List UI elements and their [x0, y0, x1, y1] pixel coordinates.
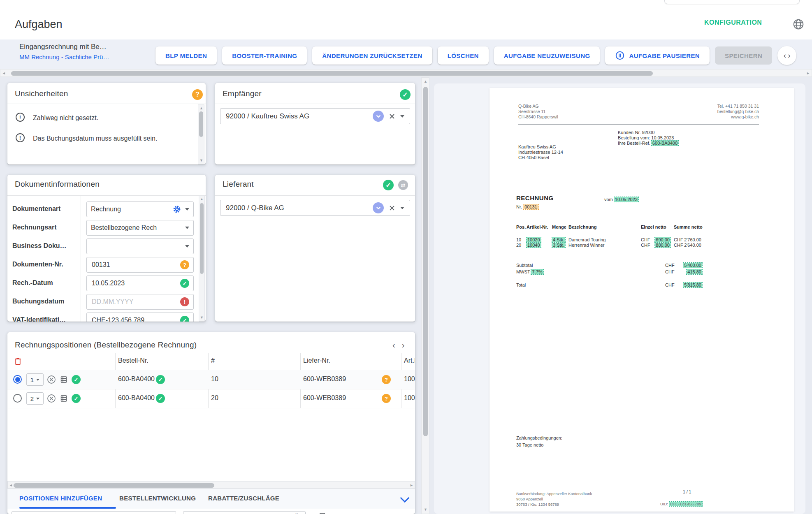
- booster-training-button[interactable]: BOOSTER-TRAINING: [222, 46, 307, 65]
- task-subtitle[interactable]: MM Rechnung - Sachliche Prü…: [19, 53, 109, 60]
- highlight-menge[interactable]: 4 Stk.: [552, 237, 565, 242]
- collapse-section-icon[interactable]: [400, 493, 410, 503]
- scroll-right-arrow-icon[interactable]: ►: [806, 72, 810, 75]
- scroll-left-arrow-icon[interactable]: ◄: [2, 72, 6, 75]
- highlight-einzel[interactable]: 880.00: [655, 243, 670, 248]
- scrollbar-thumb[interactable]: [199, 111, 203, 137]
- positions-prev-icon[interactable]: ‹: [392, 340, 395, 350]
- position-row-2[interactable]: 2 ✓ 600-BA0400 ✓ 20 600-WEB0389 ?: [7, 389, 415, 408]
- scrollbar-thumb[interactable]: [14, 483, 214, 488]
- item-pos: 20: [516, 243, 521, 248]
- scroll-down-arrow-icon[interactable]: ▼: [200, 316, 204, 320]
- unlink-circle-icon[interactable]: [47, 394, 56, 403]
- positions-horizontal-scrollbar[interactable]: ◄ ►: [7, 481, 415, 489]
- dropdown-caret-icon[interactable]: [400, 207, 404, 209]
- invoice-date-field[interactable]: ✓: [86, 276, 194, 291]
- unlink-circle-icon[interactable]: [47, 375, 56, 384]
- highlight-subtotal[interactable]: 5'400.00: [683, 263, 702, 268]
- check-badge-icon: ✓: [400, 89, 411, 100]
- save-button[interactable]: SPEICHERN: [715, 46, 772, 65]
- row-select-radio[interactable]: [13, 394, 22, 403]
- scroll-up-arrow-icon[interactable]: ▲: [200, 107, 203, 110]
- highlight-uid[interactable]: CHE-123.456.789: [669, 502, 702, 506]
- configuration-link[interactable]: KONFIGURATION: [704, 19, 762, 26]
- highlight-artikel[interactable]: 10020: [527, 237, 541, 242]
- posting-date-field[interactable]: !: [86, 294, 194, 310]
- tab-bestellentwicklung[interactable]: BESTELLENTWICKLUNG: [119, 495, 196, 502]
- tab-positionen-hinzufuegen[interactable]: POSITIONEN HINZUFÜGEN: [19, 495, 102, 502]
- top-overlay-box[interactable]: [664, 0, 800, 4]
- recipient-combobox[interactable]: 92000 / Kauftreu Swiss AG: [220, 108, 410, 124]
- highlight-invoice-number[interactable]: 00131: [523, 204, 538, 209]
- language-globe-icon[interactable]: [792, 18, 805, 30]
- scroll-down-arrow-icon[interactable]: ▼: [200, 159, 203, 162]
- table-rows-icon[interactable]: [59, 394, 68, 403]
- dropdown-caret-icon[interactable]: [185, 208, 189, 211]
- task-prev-next-nav[interactable]: ‹ ›: [777, 46, 796, 65]
- blp-melden-button[interactable]: BLP MELDEN: [155, 46, 217, 65]
- posting-date-input[interactable]: [91, 298, 176, 306]
- clear-icon[interactable]: [388, 113, 396, 120]
- reassign-task-button[interactable]: AUFGABE NEUZUWEISUNG: [494, 46, 600, 65]
- vat-id-input[interactable]: [91, 316, 176, 322]
- highlight-total[interactable]: 5'815.80: [683, 282, 702, 287]
- swap-supplier-icon[interactable]: ⇄: [398, 180, 408, 190]
- question-badge-icon: ?: [192, 89, 203, 100]
- expand-circle-icon[interactable]: [373, 111, 384, 122]
- document-number-input[interactable]: [91, 261, 176, 269]
- delete-button[interactable]: LÖSCHEN: [438, 46, 489, 65]
- chevron-right-icon[interactable]: ›: [788, 51, 790, 60]
- gear-icon[interactable]: [172, 205, 181, 214]
- invoice-type-select[interactable]: Bestellbezogene Rech: [86, 220, 194, 236]
- scroll-up-arrow-icon[interactable]: ▲: [200, 197, 204, 201]
- scroll-right-arrow-icon[interactable]: ►: [410, 484, 413, 487]
- main-vertical-scrollbar[interactable]: ▲ ▼: [421, 77, 429, 514]
- row-number-select[interactable]: 1: [26, 373, 44, 386]
- supplier-combobox[interactable]: 92000 / Q-Bike AG: [220, 200, 410, 216]
- highlight-einzel[interactable]: 690.00: [655, 237, 670, 242]
- dropdown-caret-icon[interactable]: [400, 115, 404, 118]
- highlight-vat[interactable]: 415.80: [687, 269, 702, 274]
- business-document-select[interactable]: [86, 238, 194, 254]
- pause-task-button[interactable]: AUFGABE PAUSIEREN: [605, 46, 710, 65]
- highlight-vat-rate[interactable]: 7.7%: [531, 269, 543, 274]
- highlight-order-ref[interactable]: 600-BA0400: [652, 141, 678, 146]
- main-horizontal-scrollbar[interactable]: ◄ ►: [0, 69, 812, 77]
- recipient-value: 92000 / Kauftreu Swiss AG: [226, 112, 368, 120]
- reset-changes-button[interactable]: ÄNDERUNGEN ZURÜCKSETZEN: [312, 46, 432, 65]
- position-row-1[interactable]: 1 ✓ 600-BA0400 ✓ 10 600-WEB0389 ?: [7, 370, 415, 389]
- document-info-scrollbar[interactable]: ▲ ▼: [199, 195, 205, 322]
- add-position-field[interactable]: [12, 511, 176, 514]
- highlight-artikel[interactable]: 10040: [527, 243, 541, 248]
- scrollbar-thumb[interactable]: [200, 203, 204, 274]
- expand-circle-icon[interactable]: [373, 202, 384, 213]
- spinner-arrows-icon[interactable]: ⇅: [295, 512, 299, 514]
- scrollbar-thumb[interactable]: [11, 71, 653, 76]
- row-select-radio[interactable]: [13, 375, 22, 384]
- positions-next-icon[interactable]: ›: [402, 340, 405, 350]
- supplier-title: Lieferant: [223, 180, 254, 189]
- chevron-left-icon[interactable]: ‹: [784, 51, 786, 60]
- scrollbar-thumb[interactable]: [423, 87, 428, 436]
- alert-icon: !: [16, 113, 25, 122]
- document-viewer[interactable]: Q-Bike AG Seestrasse 11 CH-8640 Rappersw…: [434, 83, 805, 514]
- scroll-up-arrow-icon[interactable]: ▲: [424, 80, 427, 83]
- dropdown-caret-icon[interactable]: [185, 245, 189, 248]
- document-type-select[interactable]: Rechnung: [86, 201, 194, 217]
- document-number-field[interactable]: ?: [86, 257, 194, 273]
- tab-rabatte-zuschlaege[interactable]: RABATTE/ZUSCHLÄGE: [208, 495, 279, 502]
- invoice-date-input[interactable]: [91, 279, 176, 287]
- dropdown-caret-icon[interactable]: [185, 227, 189, 229]
- highlight-menge[interactable]: 3 Stk.: [552, 243, 565, 248]
- trash-icon[interactable]: [13, 357, 23, 366]
- clear-icon[interactable]: [388, 204, 396, 212]
- bottom-field-icon[interactable]: [319, 512, 326, 514]
- vat-id-field[interactable]: ✓: [86, 313, 194, 322]
- row-number-select[interactable]: 2: [26, 392, 44, 405]
- scroll-left-arrow-icon[interactable]: ◄: [9, 484, 13, 487]
- highlight-invoice-date[interactable]: 10.05.2023: [614, 197, 638, 202]
- add-position-quantity-field[interactable]: [183, 511, 306, 514]
- scroll-down-arrow-icon[interactable]: ▼: [424, 508, 427, 512]
- uncertainties-scrollbar[interactable]: ▲ ▼: [198, 104, 204, 164]
- table-rows-icon[interactable]: [59, 375, 68, 384]
